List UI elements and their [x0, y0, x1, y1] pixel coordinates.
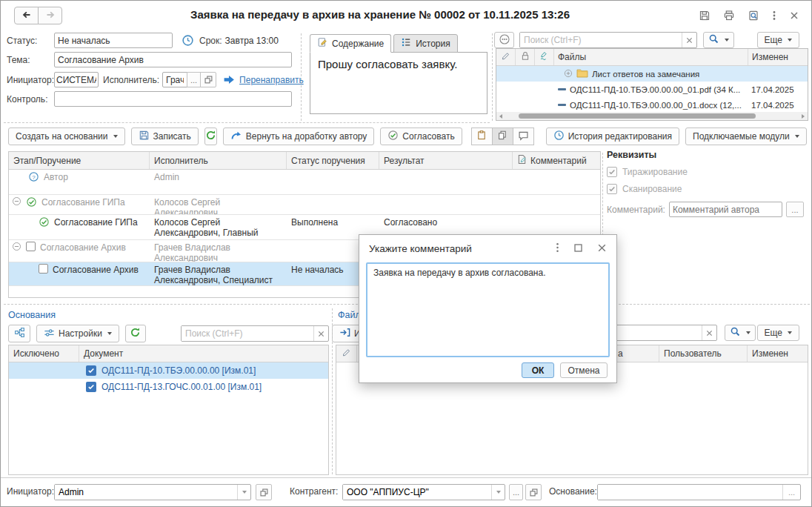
status-label: Статус:	[7, 36, 54, 46]
cancel-button[interactable]: Отмена	[560, 362, 608, 378]
files-column-header[interactable]: Файлы	[554, 49, 748, 65]
dialog-comment-textarea[interactable]: Заявка на передачу в архив согласована.	[366, 262, 610, 357]
checkbox-checked-disabled[interactable]	[607, 184, 617, 194]
initiator-open-button[interactable]	[256, 484, 272, 500]
hierarchy-icon	[14, 327, 25, 340]
stage-row-author[interactable]: ? Автор Admin	[9, 170, 600, 195]
executor-open-button[interactable]	[200, 72, 216, 87]
redirect-link[interactable]: Перенаправить	[239, 75, 304, 85]
print-icon[interactable]	[723, 10, 735, 24]
edit-history-button[interactable]: История редактирования	[546, 127, 679, 145]
checkbox-checked[interactable]	[86, 382, 96, 392]
bottom-files-more-button[interactable]: Еще	[757, 325, 799, 341]
initiator-field[interactable]	[54, 72, 99, 87]
more-menu-icon[interactable]	[772, 10, 776, 24]
col-document[interactable]: Документ	[79, 345, 328, 362]
checkbox-checked[interactable]	[86, 365, 96, 376]
horizontal-scrollbar[interactable]	[496, 112, 808, 120]
content-body[interactable]: Прошу согласовать заявку.	[310, 52, 487, 114]
panel-menu-button[interactable]	[494, 32, 514, 48]
grounds-search-input[interactable]	[182, 326, 313, 341]
basis-ellipsis-button[interactable]: ...	[782, 485, 800, 500]
checkbox-empty[interactable]	[26, 242, 36, 251]
col-stage[interactable]: Этап/Поручение	[9, 152, 150, 169]
return-to-author-button[interactable]: Вернуть на доработку автору	[223, 127, 375, 145]
refresh-button[interactable]	[204, 127, 217, 145]
file-row[interactable]: ОДС111-ПД-10.ТБЭ.00.00.00_01.pdf (34 К..…	[496, 82, 808, 97]
approve-button[interactable]: Согласовать	[380, 127, 462, 145]
save-button[interactable]: Записать	[131, 127, 199, 145]
clear-search-icon[interactable]	[702, 325, 716, 340]
user-column-header[interactable]: Пользователь	[659, 345, 748, 362]
forward-button[interactable]	[38, 7, 62, 24]
back-button[interactable]	[14, 7, 39, 24]
dialog-close-icon[interactable]	[597, 243, 607, 255]
file-row-folder[interactable]: Лист ответов на замечания	[496, 66, 808, 82]
lock-column-header[interactable]	[516, 49, 535, 65]
stage-row-group[interactable]: Согласование ГИПа Колосов Сергей Алексан…	[9, 195, 600, 215]
checkbox-empty[interactable]	[39, 264, 48, 274]
modules-button[interactable]: Подключаемые модули	[685, 127, 807, 145]
edit-column-header[interactable]	[496, 49, 516, 65]
close-icon[interactable]	[789, 10, 799, 23]
counterparty-ellipsis-button[interactable]: ...	[509, 484, 523, 500]
combo-dropdown[interactable]	[491, 485, 505, 500]
clear-search-icon[interactable]	[313, 326, 328, 341]
search-options-button[interactable]	[703, 32, 734, 48]
clear-search-icon[interactable]	[682, 33, 696, 47]
files-search-input[interactable]	[520, 33, 682, 47]
footer-basis-field[interactable]	[598, 485, 782, 500]
col-comment[interactable]: Комментарий	[513, 152, 600, 169]
separator	[301, 33, 302, 121]
bottom-search-options-button[interactable]	[725, 325, 756, 341]
copies-button[interactable]	[492, 127, 513, 145]
scroll-right-arrow[interactable]	[802, 114, 805, 119]
file-row[interactable]: ОДС111-ПД-10.ТБЭ.00.00.00_01.docx (12,..…	[496, 97, 808, 113]
document-edit-icon	[317, 37, 327, 50]
edit-history-label: История редактирования	[568, 131, 672, 142]
counterparty-open-button[interactable]	[525, 484, 542, 500]
create-based-on-button[interactable]: Создать на основании	[8, 127, 125, 145]
create-based-on-label: Создать на основании	[16, 131, 108, 142]
subject-field[interactable]	[54, 52, 292, 67]
action-toolbar: Создать на основании Записать Вернуть на…	[8, 127, 807, 145]
scroll-left-arrow[interactable]	[499, 114, 502, 119]
author-comment-field[interactable]	[669, 202, 782, 217]
grounds-refresh-button[interactable]	[125, 325, 146, 342]
ground-row[interactable]: ОДС111-ПД-13.ГОЧС.00.01.00 [Изм.01]	[9, 379, 328, 395]
executor-field[interactable]	[162, 72, 187, 87]
modified-column-header[interactable]: Изменен	[748, 345, 808, 362]
footer-counterparty-field[interactable]	[343, 485, 491, 500]
status-field[interactable]	[54, 33, 173, 48]
control-field[interactable]	[54, 91, 292, 107]
tab-history[interactable]: История	[393, 34, 458, 53]
files-more-button[interactable]: Еще	[757, 32, 799, 48]
signature-column-header[interactable]	[535, 49, 554, 65]
settings-button[interactable]: Настройки	[36, 325, 119, 342]
modified-column-header[interactable]: Изменен	[748, 49, 808, 65]
dialog-more-icon[interactable]	[556, 242, 559, 255]
combo-dropdown[interactable]	[237, 485, 250, 500]
ground-row[interactable]: ОДС111-ПД-10.ТБЭ.00.00.00 [Изм.01]	[9, 362, 328, 379]
clipboard-button[interactable]	[471, 127, 493, 145]
checkbox-checked-disabled[interactable]	[607, 167, 617, 177]
preview-icon[interactable]	[748, 10, 759, 24]
footer-initiator-field[interactable]	[55, 485, 237, 500]
save-icon[interactable]	[699, 10, 710, 24]
ok-button[interactable]: ОК	[522, 362, 554, 378]
edit-column-header[interactable]	[336, 345, 357, 362]
dialog-maximize-icon[interactable]	[573, 243, 583, 255]
comment-bubble-button[interactable]	[513, 127, 534, 145]
collapse-icon[interactable]	[12, 242, 21, 254]
col-status[interactable]: Статус поручения	[287, 152, 379, 169]
executor-ellipsis-button[interactable]: ...	[187, 72, 201, 87]
tab-content[interactable]: Содержание	[310, 34, 391, 53]
col-excluded[interactable]: Исключено	[9, 345, 79, 362]
collapse-icon[interactable]	[12, 196, 21, 208]
author-comment-ellipsis-button[interactable]: ...	[786, 202, 804, 217]
scrollbar-thumb[interactable]	[519, 113, 756, 119]
structure-button[interactable]	[8, 325, 30, 342]
col-executor[interactable]: Исполнитель	[150, 152, 287, 169]
col-result[interactable]: Результат	[379, 152, 513, 169]
expand-icon[interactable]	[564, 69, 573, 79]
